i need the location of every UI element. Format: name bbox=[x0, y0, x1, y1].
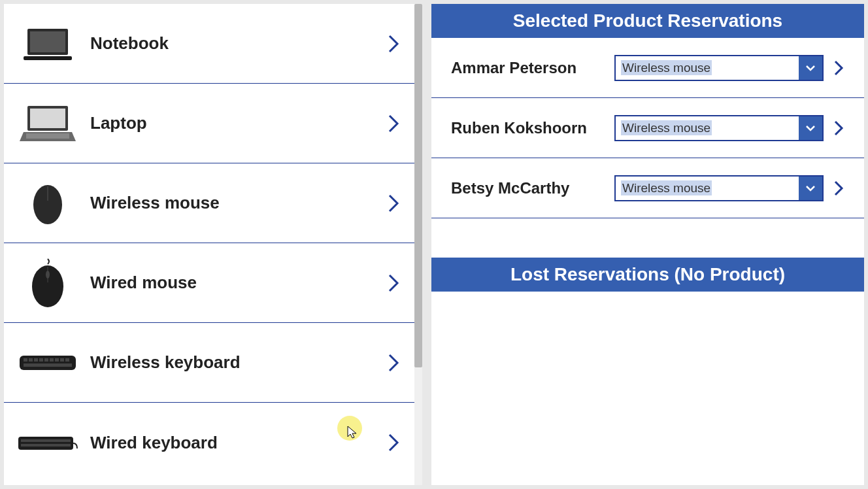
chevron-right-icon bbox=[384, 192, 403, 215]
svg-rect-17 bbox=[44, 358, 48, 362]
product-label: Wireless mouse bbox=[90, 193, 384, 213]
product-label: Notebook bbox=[90, 33, 384, 54]
chevron-right-icon[interactable] bbox=[830, 178, 847, 199]
chevron-right-icon bbox=[384, 431, 403, 454]
reservation-name: Ammar Peterson bbox=[451, 59, 614, 77]
chevron-right-icon bbox=[384, 271, 403, 295]
product-row-laptop[interactable]: Laptop bbox=[4, 84, 422, 163]
keyboard-icon bbox=[17, 420, 78, 465]
product-row-notebook[interactable]: Notebook bbox=[4, 4, 422, 84]
mouse-icon bbox=[17, 180, 78, 226]
product-row-wireless-keyboard[interactable]: Wireless keyboard bbox=[4, 323, 422, 403]
chevron-down-icon[interactable] bbox=[799, 116, 822, 140]
svg-rect-18 bbox=[50, 358, 54, 362]
product-select[interactable]: Wireless mouse bbox=[614, 55, 824, 81]
svg-rect-1 bbox=[30, 31, 65, 52]
product-select[interactable]: Wireless mouse bbox=[614, 115, 824, 141]
chevron-right-icon[interactable] bbox=[830, 118, 847, 139]
laptop-icon bbox=[17, 101, 78, 146]
svg-rect-25 bbox=[21, 444, 71, 447]
reservation-row: Ammar Peterson Wireless mouse bbox=[431, 38, 864, 98]
svg-rect-2 bbox=[24, 56, 72, 60]
svg-rect-24 bbox=[21, 439, 71, 442]
svg-rect-16 bbox=[39, 358, 43, 362]
chevron-right-icon[interactable] bbox=[830, 58, 847, 78]
svg-rect-13 bbox=[24, 358, 27, 362]
product-label: Wired mouse bbox=[90, 273, 384, 293]
svg-rect-19 bbox=[55, 358, 59, 362]
product-label: Wired keyboard bbox=[90, 433, 384, 453]
svg-rect-23 bbox=[18, 437, 73, 450]
product-select-value: Wireless mouse bbox=[616, 121, 799, 135]
svg-rect-6 bbox=[26, 133, 69, 139]
product-label: Wireless keyboard bbox=[90, 352, 384, 373]
product-select-value: Wireless mouse bbox=[616, 61, 799, 75]
reservation-name: Betsy McCarthy bbox=[451, 179, 614, 197]
product-select[interactable]: Wireless mouse bbox=[614, 175, 824, 201]
scrollbar-thumb[interactable] bbox=[414, 4, 422, 367]
chevron-right-icon bbox=[384, 32, 403, 56]
svg-rect-21 bbox=[65, 358, 69, 362]
chevron-right-icon bbox=[384, 351, 403, 375]
product-label: Laptop bbox=[90, 113, 384, 133]
svg-rect-22 bbox=[24, 363, 72, 367]
svg-rect-20 bbox=[60, 358, 64, 362]
lost-reservations-header: Lost Reservations (No Product) bbox=[431, 258, 864, 292]
svg-point-11 bbox=[46, 271, 50, 278]
svg-rect-12 bbox=[20, 356, 76, 370]
svg-rect-14 bbox=[29, 358, 33, 362]
keyboard-icon bbox=[17, 340, 78, 386]
reservations-panel: Selected Product Reservations Ammar Pete… bbox=[431, 4, 864, 485]
product-row-wired-keyboard[interactable]: Wired keyboard bbox=[4, 403, 422, 482]
selected-reservations-header: Selected Product Reservations bbox=[431, 4, 864, 38]
reservation-row: Ruben Kokshoorn Wireless mouse bbox=[431, 98, 864, 158]
product-row-wired-mouse[interactable]: Wired mouse bbox=[4, 243, 422, 323]
notebook-icon bbox=[17, 21, 78, 67]
product-select-value: Wireless mouse bbox=[616, 181, 799, 195]
svg-rect-4 bbox=[30, 109, 65, 128]
chevron-down-icon[interactable] bbox=[799, 177, 822, 200]
reservation-name: Ruben Kokshoorn bbox=[451, 119, 614, 137]
wired-mouse-icon bbox=[17, 260, 78, 306]
chevron-down-icon[interactable] bbox=[799, 56, 822, 80]
svg-rect-15 bbox=[34, 358, 38, 362]
product-list-panel: Notebook Laptop Wireless mouse Wired mou… bbox=[4, 4, 422, 485]
reservation-row: Betsy McCarthy Wireless mouse bbox=[431, 158, 864, 218]
product-row-wireless-mouse[interactable]: Wireless mouse bbox=[4, 163, 422, 243]
chevron-right-icon bbox=[384, 112, 403, 135]
scrollbar-track[interactable] bbox=[414, 4, 422, 485]
